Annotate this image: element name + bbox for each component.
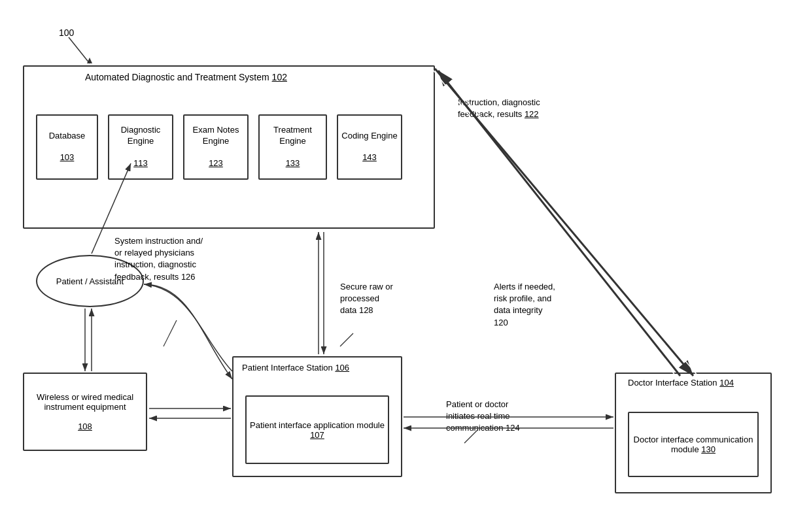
secure-raw-label: Secure raw orprocesseddata 128 <box>340 281 438 317</box>
patient-doctor-label: Patient or doctorinitiates real timecomm… <box>446 399 596 435</box>
ref-100-arrow <box>62 34 98 70</box>
svg-line-0 <box>69 37 90 63</box>
exam-notes-engine-box: Exam Notes Engine 123 <box>183 114 249 180</box>
system-title: Automated Diagnostic and Treatment Syste… <box>85 72 287 82</box>
doctor-station-title: Doctor Interface Station 104 <box>628 378 734 388</box>
database-box: Database 103 <box>36 114 98 180</box>
system-instruction-label: System instruction and/or relayed physic… <box>114 235 265 283</box>
coding-engine-box: Coding Engine 143 <box>337 114 402 180</box>
patient-station-title: Patient Interface Station 106 <box>242 363 349 373</box>
treatment-engine-box: Treatment Engine 133 <box>258 114 327 180</box>
wireless-equipment-box: Wireless or wired medical instrument equ… <box>23 373 147 451</box>
patient-app-module-box: Patient interface application module 107 <box>245 395 389 464</box>
doctor-comm-module-box: Doctor interface communication module 13… <box>628 412 759 477</box>
instruction-feedback-label: Instruction, diagnosticfeedback, results… <box>458 97 608 120</box>
alerts-label: Alerts if needed,risk profile, anddata i… <box>494 281 625 329</box>
diagnostic-engine-box: Diagnostic Engine 113 <box>108 114 173 180</box>
